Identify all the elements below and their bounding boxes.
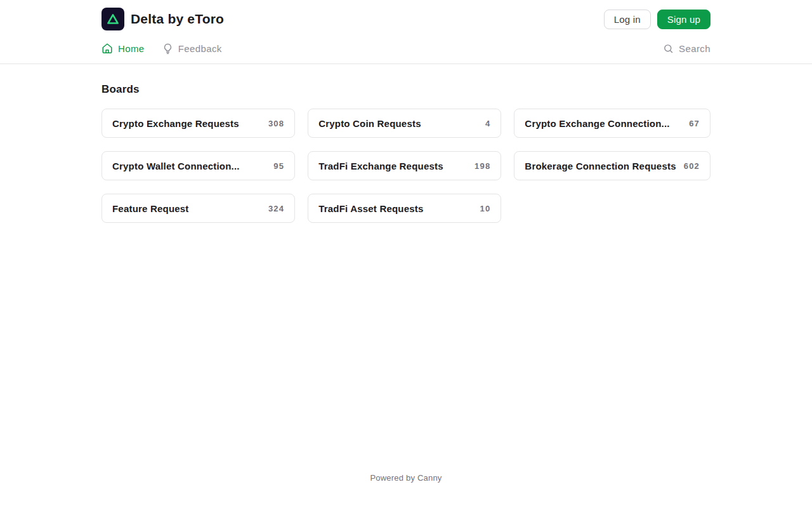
board-count: 4	[485, 119, 490, 128]
board-grid: Crypto Exchange Requests 308 Crypto Coin…	[102, 109, 710, 223]
board-count: 67	[689, 119, 700, 128]
nav-home-label: Home	[118, 43, 145, 54]
main-nav: Home Feedback	[102, 30, 710, 64]
lightbulb-icon	[162, 43, 173, 54]
board-title: TradFi Asset Requests	[318, 203, 423, 214]
nav-item-feedback[interactable]: Feedback	[162, 43, 222, 54]
auth-actions: Log in Sign up	[604, 10, 710, 29]
site-header: Delta by eToro Log in Sign up Home	[0, 0, 812, 64]
home-icon	[102, 43, 113, 54]
board-title: Crypto Wallet Connection...	[112, 161, 240, 171]
brand-title: Delta by eToro	[131, 11, 224, 27]
nav-feedback-label: Feedback	[178, 43, 222, 54]
powered-by-canny-link[interactable]: Powered by Canny	[370, 473, 442, 483]
nav-search-label: Search	[679, 43, 710, 54]
page-footer: Powered by Canny	[0, 464, 812, 508]
board-card-crypto-exchange-connection[interactable]: Crypto Exchange Connection... 67	[514, 109, 710, 138]
delta-triangle-icon	[102, 8, 124, 30]
board-card-brokerage-connection-requests[interactable]: Brokerage Connection Requests 602	[514, 151, 710, 180]
board-card-feature-request[interactable]: Feature Request 324	[102, 194, 295, 223]
board-count: 95	[273, 161, 284, 171]
board-count: 324	[268, 204, 284, 213]
board-count: 602	[684, 161, 700, 171]
signup-button[interactable]: Sign up	[657, 10, 710, 29]
main-content: Boards Crypto Exchange Requests 308 Cryp…	[0, 64, 812, 464]
board-title: Crypto Exchange Requests	[112, 118, 239, 129]
nav-item-home[interactable]: Home	[102, 43, 145, 54]
header-top: Delta by eToro Log in Sign up	[102, 0, 710, 30]
board-title: Brokerage Connection Requests	[525, 161, 676, 171]
board-title: Crypto Coin Requests	[318, 118, 421, 129]
board-card-tradfi-exchange-requests[interactable]: TradFi Exchange Requests 198	[308, 151, 501, 180]
brand-link[interactable]: Delta by eToro	[102, 8, 224, 30]
board-card-crypto-exchange-requests[interactable]: Crypto Exchange Requests 308	[102, 109, 295, 138]
board-title: Crypto Exchange Connection...	[525, 118, 669, 129]
board-count: 198	[475, 161, 490, 171]
board-card-crypto-coin-requests[interactable]: Crypto Coin Requests 4	[308, 109, 501, 138]
nav-item-search[interactable]: Search	[663, 43, 710, 54]
board-title: TradFi Exchange Requests	[318, 161, 443, 171]
board-card-crypto-wallet-connection[interactable]: Crypto Wallet Connection... 95	[102, 151, 295, 180]
board-count: 308	[268, 119, 284, 128]
boards-heading: Boards	[102, 83, 710, 96]
board-card-tradfi-asset-requests[interactable]: TradFi Asset Requests 10	[308, 194, 501, 223]
board-count: 10	[480, 204, 490, 213]
board-title: Feature Request	[112, 203, 189, 214]
login-button[interactable]: Log in	[604, 10, 651, 29]
search-icon	[663, 43, 674, 54]
